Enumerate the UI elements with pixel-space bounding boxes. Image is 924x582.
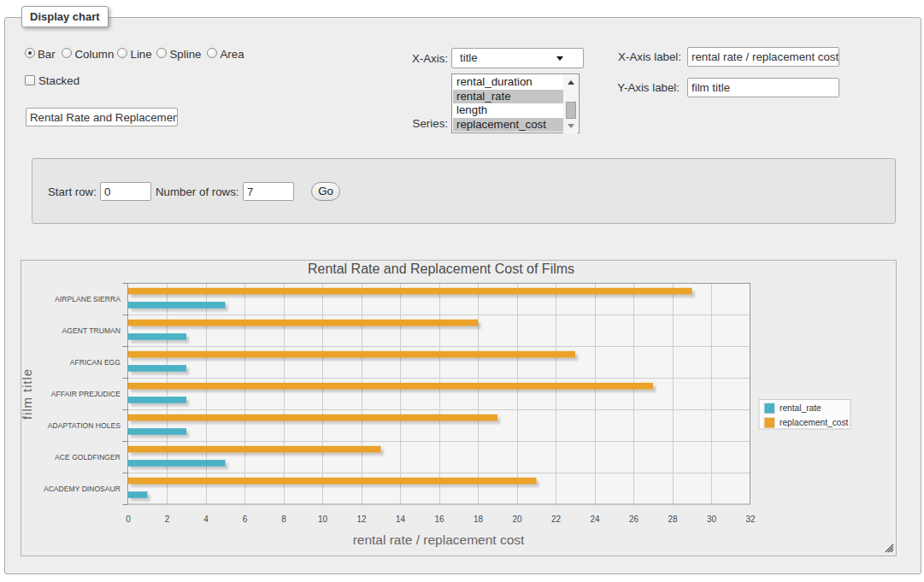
- svg-text:16: 16: [434, 514, 444, 524]
- svg-text:24: 24: [590, 514, 600, 524]
- svg-text:20: 20: [512, 514, 522, 524]
- svg-text:ACE GOLDFINGER: ACE GOLDFINGER: [55, 453, 121, 461]
- svg-text:18: 18: [474, 514, 484, 524]
- svg-text:AGENT TRUMAN: AGENT TRUMAN: [62, 326, 121, 335]
- svg-text:AFFAIR PREJUDICE: AFFAIR PREJUDICE: [51, 390, 121, 398]
- svg-text:rental_rate: rental_rate: [780, 403, 821, 413]
- svg-text:film title: film title: [21, 368, 34, 420]
- svg-text:Rental Rate and Replacement Co: Rental Rate and Replacement Cost of Film…: [308, 262, 574, 276]
- svg-text:ADAPTATION HOLES: ADAPTATION HOLES: [48, 421, 121, 430]
- svg-text:32: 32: [745, 514, 756, 524]
- svg-text:26: 26: [629, 514, 639, 524]
- svg-text:AFRICAN EGG: AFRICAN EGG: [70, 358, 121, 367]
- svg-text:0: 0: [126, 514, 131, 524]
- svg-text:replacement_cost: replacement_cost: [780, 418, 849, 427]
- svg-text:4: 4: [203, 514, 209, 524]
- svg-text:2: 2: [165, 514, 170, 524]
- svg-text:6: 6: [243, 514, 248, 524]
- svg-text:12: 12: [356, 514, 367, 524]
- svg-text:ACADEMY DINOSAUR: ACADEMY DINOSAUR: [44, 485, 121, 493]
- svg-text:8: 8: [281, 514, 286, 524]
- svg-text:30: 30: [707, 514, 717, 524]
- svg-text:rental rate / replacement cost: rental rate / replacement cost: [353, 532, 525, 547]
- svg-text:22: 22: [551, 514, 562, 524]
- svg-text:14: 14: [396, 514, 406, 524]
- svg-text:10: 10: [318, 514, 328, 524]
- svg-text:28: 28: [668, 514, 678, 524]
- svg-text:AIRPLANE SIERRA: AIRPLANE SIERRA: [55, 295, 121, 303]
